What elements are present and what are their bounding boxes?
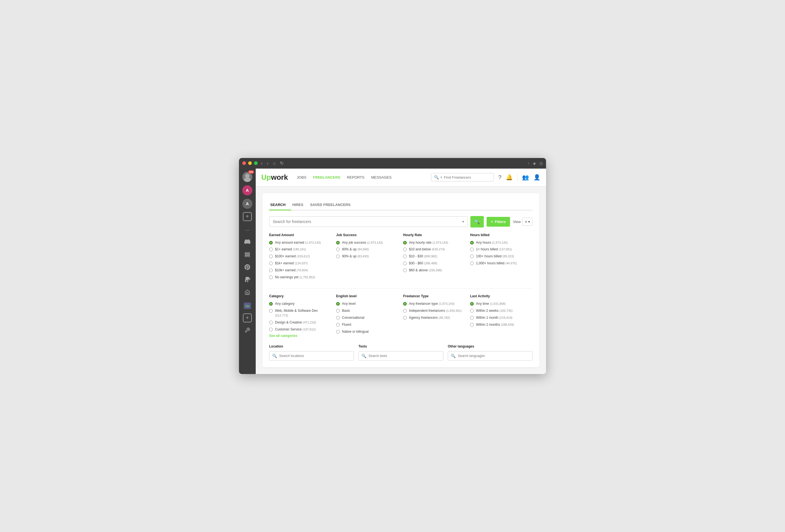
job-success-any-radio[interactable] (336, 241, 340, 245)
hourly-any[interactable]: Any hourly rate (1,973,143) (403, 240, 466, 245)
cat-web-radio[interactable] (269, 309, 273, 312)
cat-customer-radio[interactable] (269, 328, 273, 331)
discord-icon[interactable] (243, 237, 252, 248)
job-success-any[interactable]: Any job success (1,973,143) (336, 240, 399, 245)
nav-jobs[interactable]: JOBS (297, 175, 306, 179)
history-icon[interactable]: ◷ (539, 161, 543, 166)
eng-basic-radio[interactable] (336, 309, 340, 312)
tools-icon[interactable] (243, 326, 252, 336)
see-all-categories-link[interactable]: See all categories (269, 334, 332, 338)
minimize-button[interactable] (248, 161, 252, 165)
pinterest-icon[interactable] (243, 263, 252, 273)
top-search-bar[interactable]: 🔍 ▾ (431, 173, 494, 181)
earned-1plus[interactable]: $1+ earned (180,191) (269, 247, 332, 252)
activity-1month-radio[interactable] (470, 316, 474, 320)
eng-conversational-radio[interactable] (336, 316, 340, 320)
hours-100plus-radio[interactable] (470, 255, 474, 258)
team-icon[interactable]: 👥 (522, 174, 529, 181)
earned-none[interactable]: No earnings yet (1,792,952) (269, 275, 332, 280)
upwork-sidebar-icon[interactable]: Up (244, 303, 251, 309)
tests-search-input[interactable] (369, 354, 440, 358)
hourly-any-radio[interactable] (403, 241, 407, 245)
cat-web[interactable]: Web, Mobile & Software Dev (512,773) (269, 308, 332, 318)
hourly-30-60-radio[interactable] (403, 261, 407, 265)
job-success-90[interactable]: 90% & up (83,493) (336, 254, 399, 259)
hours-1000plus[interactable]: 1,000+ hours billed (44,975) (470, 261, 533, 266)
user-icon[interactable]: 👤 (533, 174, 540, 181)
eng-native-radio[interactable] (336, 330, 340, 333)
earned-any-radio[interactable] (269, 241, 273, 245)
earned-1k[interactable]: $1k+ earned (124,037) (269, 261, 332, 266)
job-success-80-radio[interactable] (336, 248, 340, 251)
freelancer-search-input[interactable] (273, 220, 460, 224)
job-success-80[interactable]: 80% & up (94,560) (336, 247, 399, 252)
earned-any[interactable]: Any amount earned (1,973,143) (269, 240, 332, 245)
search-submit-button[interactable]: 🔍 (471, 216, 484, 227)
location-search-box[interactable]: 🔍 (269, 351, 354, 361)
hourly-60above[interactable]: $60 & above (156,398) (403, 268, 466, 273)
cat-any-radio[interactable] (269, 302, 273, 306)
earned-10k-radio[interactable] (269, 269, 273, 272)
search-dropdown-arrow[interactable]: ▾ (462, 220, 464, 224)
hourly-10below-radio[interactable] (403, 248, 407, 251)
earned-100plus-radio[interactable] (269, 255, 273, 258)
eng-conversational[interactable]: Conversational (336, 315, 399, 320)
help-icon[interactable]: ? (498, 174, 501, 181)
hours-1000plus-radio[interactable] (470, 261, 474, 265)
top-search-input[interactable] (444, 175, 491, 179)
layers-icon[interactable]: ◈ (533, 161, 536, 166)
eng-basic[interactable]: Basic (336, 308, 399, 313)
activity-1month[interactable]: Within 1 month (219,419) (470, 315, 533, 320)
add-workspace-button[interactable]: + (243, 212, 252, 221)
activity-2weeks[interactable]: Within 2 weeks (165,735) (470, 308, 533, 313)
hourly-10below[interactable]: $10 and below (639,274) (403, 247, 466, 252)
home-sidebar-icon[interactable] (243, 288, 252, 298)
languages-search-box[interactable]: 🔍 (448, 351, 533, 361)
earned-1k-radio[interactable] (269, 261, 273, 265)
hourly-10-30-radio[interactable] (403, 255, 407, 258)
share-icon[interactable]: ↑ (528, 161, 530, 166)
forward-button[interactable]: › (266, 160, 270, 166)
tab-hires[interactable]: HIRES (291, 200, 309, 210)
nav-freelancers[interactable]: FREELANCERS (313, 175, 340, 179)
layers-sidebar-icon[interactable] (243, 250, 252, 260)
user-avatar-1[interactable]: 101 (242, 172, 252, 183)
eng-native[interactable]: Native or bilingual (336, 329, 399, 334)
activity-2weeks-radio[interactable] (470, 309, 474, 312)
filters-button[interactable]: ≡ Filters (487, 217, 510, 227)
cat-any[interactable]: Any category (269, 301, 332, 306)
earned-100plus[interactable]: $100+ earned (159,612) (269, 254, 332, 259)
freelancer-search-box[interactable]: ▾ (269, 216, 467, 227)
eng-fluent[interactable]: Fluent (336, 322, 399, 327)
type-agency[interactable]: Agency freelancers (38,782) (403, 315, 466, 320)
cat-design[interactable]: Design & Creative (471,219) (269, 320, 332, 325)
close-button[interactable] (242, 161, 246, 165)
user-avatar-3[interactable]: A (242, 199, 252, 209)
hourly-60above-radio[interactable] (403, 269, 407, 272)
hours-100plus[interactable]: 100+ hours billed (89,323) (470, 254, 533, 259)
back-button[interactable]: ‹ (260, 160, 263, 166)
tests-search-box[interactable]: 🔍 (358, 351, 443, 361)
cat-design-radio[interactable] (269, 321, 273, 324)
maximize-button[interactable] (254, 161, 258, 165)
dots-icon[interactable]: ··· (244, 226, 251, 235)
cat-customer[interactable]: Customer Service (137,612) (269, 327, 332, 332)
type-any[interactable]: Any freelancer type (1,973,143) (403, 301, 466, 306)
eng-fluent-radio[interactable] (336, 323, 340, 327)
activity-any[interactable]: Any time (1,931,808) (470, 301, 533, 306)
nav-reports[interactable]: REPORTS (347, 175, 364, 179)
tab-search[interactable]: SEARCH (269, 200, 291, 210)
refresh-button[interactable]: ↻ (279, 160, 285, 166)
earned-none-radio[interactable] (269, 276, 273, 279)
activity-2months[interactable]: Within 2 months (288,539) (470, 322, 533, 327)
job-success-90-radio[interactable] (336, 255, 340, 258)
hours-any[interactable]: Any hours (1,973,143) (470, 240, 533, 245)
paypal-icon[interactable] (243, 275, 252, 285)
hourly-10-30[interactable]: $10 - $30 (890,982) (403, 254, 466, 259)
home-button[interactable]: ⌂ (272, 160, 277, 166)
hours-any-radio[interactable] (470, 241, 474, 245)
type-independent-radio[interactable] (403, 309, 407, 312)
type-any-radio[interactable] (403, 302, 407, 306)
activity-any-radio[interactable] (470, 302, 474, 306)
type-agency-radio[interactable] (403, 316, 407, 320)
